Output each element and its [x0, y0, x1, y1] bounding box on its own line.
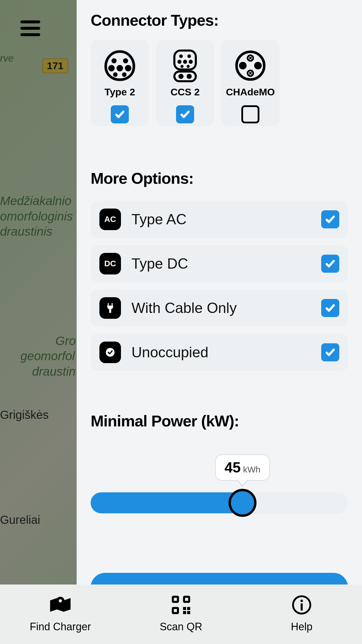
svg-point-10 [178, 60, 182, 64]
svg-point-14 [187, 65, 190, 68]
svg-point-29 [59, 599, 62, 603]
svg-point-17 [187, 74, 192, 79]
option-checkbox-ac[interactable] [321, 210, 339, 228]
svg-rect-37 [187, 607, 190, 610]
tab-label: Help [291, 621, 312, 633]
slider-fill [91, 492, 242, 513]
svg-rect-35 [174, 609, 177, 612]
svg-point-3 [117, 65, 123, 71]
svg-point-4 [125, 65, 131, 71]
option-checkbox-unoccupied[interactable] [321, 343, 339, 361]
slider-value: 45 [224, 459, 241, 476]
svg-point-22 [254, 62, 262, 69]
svg-rect-39 [187, 611, 190, 614]
option-label: Unoccupied [131, 344, 321, 361]
svg-point-13 [180, 65, 184, 68]
connector-card-chademo[interactable]: CHAdeMO [221, 40, 280, 126]
connector-card-ccs2[interactable]: CCS 2 [156, 40, 214, 126]
power-slider[interactable]: 45 kWh [91, 467, 348, 520]
svg-rect-38 [183, 611, 186, 614]
connector-label: CHAdeMO [226, 86, 275, 98]
svg-point-41 [301, 600, 303, 602]
type2-connector-icon [104, 50, 136, 82]
tab-find-charger[interactable]: Find Charger [0, 584, 121, 644]
svg-point-9 [187, 54, 191, 58]
plug-icon [99, 297, 121, 319]
svg-rect-36 [183, 607, 186, 610]
map-pin-icon [49, 596, 72, 614]
svg-rect-42 [301, 603, 303, 611]
svg-point-6 [122, 72, 126, 77]
svg-point-2 [108, 65, 115, 71]
ac-icon: AC [99, 209, 121, 230]
connector-checkbox-chademo[interactable] [241, 105, 259, 123]
connector-list: Type 2 CCS 2 [91, 40, 348, 126]
svg-point-12 [189, 60, 193, 64]
menu-icon[interactable] [20, 20, 40, 36]
tab-label: Find Charger [30, 621, 91, 633]
ccs2-connector-icon [169, 50, 201, 82]
minimal-power-title: Minimal Power (kW): [91, 412, 348, 430]
dc-icon: DC [99, 253, 121, 274]
connector-types-title: Connector Types: [91, 11, 348, 29]
options-list: AC Type AC DC Type DC [91, 201, 348, 371]
option-row-type-dc[interactable]: DC Type DC [91, 245, 348, 282]
svg-point-5 [113, 72, 117, 77]
tab-help[interactable]: Help [241, 584, 362, 644]
option-row-unoccupied[interactable]: Unoccupied [91, 334, 348, 371]
tab-label: Scan QR [160, 621, 202, 633]
chademo-connector-icon [234, 50, 266, 82]
connector-label: Type 2 [104, 86, 135, 98]
connector-label: CCS 2 [171, 86, 200, 98]
slider-unit: kWh [243, 465, 261, 475]
svg-point-16 [178, 74, 184, 79]
more-options-title: More Options: [91, 169, 348, 187]
option-label: Type DC [131, 255, 321, 272]
option-row-type-ac[interactable]: AC Type AC [91, 201, 348, 238]
connector-checkbox-ccs2[interactable] [176, 105, 194, 123]
option-label: With Cable Only [131, 300, 321, 316]
filter-panel: Connector Types: Type 2 [77, 0, 362, 584]
connector-card-type2[interactable]: Type 2 [91, 40, 149, 126]
svg-point-1 [123, 58, 128, 64]
option-row-cable-only[interactable]: With Cable Only [91, 289, 348, 327]
option-checkbox-cable[interactable] [321, 299, 339, 317]
svg-rect-15 [174, 71, 196, 81]
svg-rect-33 [185, 598, 188, 601]
slider-value-tooltip: 45 kWh [215, 454, 270, 481]
apply-button[interactable] [91, 573, 348, 584]
svg-rect-31 [174, 598, 177, 601]
svg-point-21 [239, 62, 247, 69]
slider-thumb[interactable] [229, 489, 256, 517]
option-checkbox-dc[interactable] [321, 255, 339, 273]
svg-point-8 [179, 54, 183, 58]
connector-checkbox-type2[interactable] [111, 105, 129, 123]
option-label: Type AC [131, 211, 321, 228]
svg-point-11 [183, 60, 187, 64]
svg-point-0 [111, 58, 117, 64]
tab-scan-qr[interactable]: Scan QR [121, 584, 241, 644]
qr-icon [170, 596, 192, 614]
bottom-tab-bar: Find Charger Scan QR [0, 584, 362, 644]
check-circle-icon [99, 342, 121, 363]
info-icon [290, 596, 313, 614]
